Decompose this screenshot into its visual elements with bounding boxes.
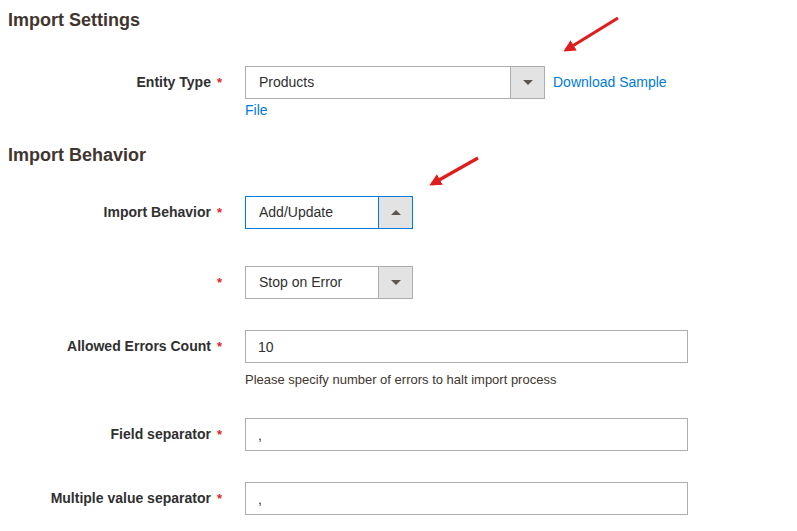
entity-type-control: Products Download SampleFile [245,66,667,99]
on-error-label: * [0,266,222,299]
multiple-value-separator-label: Multiple value separator* [0,482,222,515]
import-behavior-label: Import Behavior* [0,196,222,229]
field-separator-label: Field separator* [0,418,222,451]
field-separator-field: Field separator* [0,418,688,451]
stop-on-error-select[interactable]: Stop on Error [245,266,413,299]
required-asterisk: * [217,491,222,506]
import-behavior-heading: Import Behavior [8,144,146,166]
required-asterisk: * [217,427,222,442]
entity-type-value: Products [246,67,510,98]
required-asterisk: * [217,205,222,220]
download-sample-file-link[interactable]: Download Sample [553,66,667,99]
entity-type-dropdown-button[interactable] [510,67,544,98]
import-behavior-field: Import Behavior* Add/Update [0,196,413,229]
allowed-errors-count-input[interactable] [245,330,688,363]
caret-down-icon [523,80,533,85]
required-asterisk: * [217,75,222,90]
multiple-value-separator-field: Multiple value separator* [0,482,688,515]
caret-up-icon [391,210,401,215]
import-behavior-value: Add/Update [246,197,378,228]
import-settings-heading: Import Settings [8,9,140,31]
annotation-arrow-entity-type [566,18,618,50]
allowed-errors-note: Please specify number of errors to halt … [245,372,688,388]
entity-type-label: Entity Type* [0,66,222,99]
on-error-field: * Stop on Error [0,266,413,299]
required-asterisk: * [217,275,222,290]
entity-type-select[interactable]: Products [245,66,545,99]
required-asterisk: * [217,339,222,354]
stop-on-error-value: Stop on Error [246,267,378,298]
allowed-errors-count-label: Allowed Errors Count* [0,330,222,363]
import-behavior-select[interactable]: Add/Update [245,196,413,229]
field-separator-input[interactable] [245,418,688,451]
annotation-arrow-import-behavior [432,158,478,184]
multiple-value-separator-input[interactable] [245,482,688,515]
import-settings-page: Import Settings Entity Type* Products Do… [0,0,797,531]
allowed-errors-count-field: Allowed Errors Count* Please specify num… [0,330,688,388]
stop-on-error-dropdown-button[interactable] [378,267,412,298]
caret-down-icon [391,280,401,285]
import-behavior-dropdown-button[interactable] [378,197,412,228]
entity-type-field: Entity Type* Products Download SampleFil… [0,66,667,99]
download-sample-file-link-wrap[interactable]: File [245,102,268,118]
